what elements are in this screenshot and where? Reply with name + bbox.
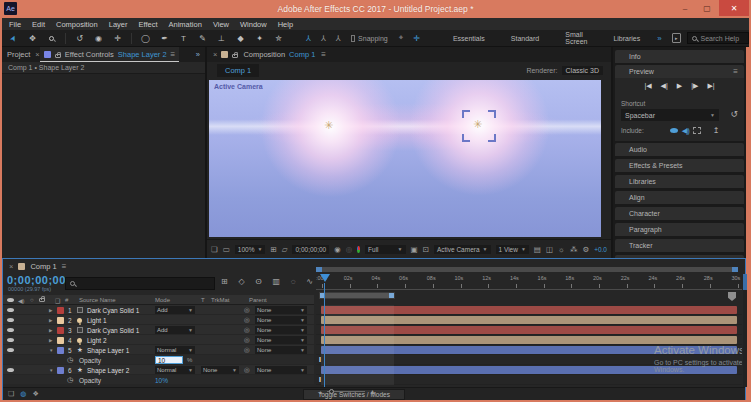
show-channel-icon[interactable] [357, 246, 360, 253]
magnification-dropdown[interactable]: 100%▼ [235, 245, 266, 254]
grid-guides-icon[interactable]: ⊞ [270, 245, 276, 254]
include-audio-icon[interactable]: ◀)) [682, 127, 689, 135]
snapshot-icon[interactable]: ◉ [334, 245, 341, 254]
eraser-tool[interactable]: ◆ [234, 32, 247, 45]
layer-row-5[interactable]: ▼5★Shape Layer 1Normal▼◎None▼ [3, 345, 314, 355]
panel-menu-icon[interactable]: ≡ [171, 50, 176, 59]
preview-last-frame-button[interactable]: ▶| [707, 82, 714, 90]
track-bar-row-2[interactable] [316, 315, 742, 325]
parent-dropdown[interactable]: None▼ [255, 306, 307, 314]
parent-dropdown[interactable]: None▼ [255, 366, 307, 374]
menu-item-effect[interactable]: Effect [138, 20, 157, 29]
layer-row-4[interactable]: ▶4Light 2◎None▼ [3, 335, 314, 345]
transparency-grid-icon[interactable]: ⊡ [423, 245, 429, 254]
draft-3d-icon[interactable]: ◇ [238, 277, 244, 286]
trkmat-dropdown[interactable]: None▼ [201, 366, 239, 374]
twirl-icon[interactable]: ▶ [49, 315, 52, 325]
parent-pickwhip-icon[interactable]: ◎ [244, 315, 250, 325]
current-time-indicator[interactable] [320, 274, 330, 282]
trkmat-column[interactable]: TrkMat [211, 295, 229, 305]
parent-column[interactable]: Parent [249, 295, 267, 305]
panel-audio[interactable]: Audio [615, 143, 744, 156]
viewer-timecode[interactable]: 0;00;00;00 [292, 245, 329, 254]
stopwatch-icon[interactable]: ◷ [67, 375, 73, 385]
exposure-value[interactable]: +0.0 [594, 246, 607, 253]
video-eye-icon[interactable] [7, 365, 14, 375]
property-row-opacity-5[interactable]: ◷Opacity10% [3, 355, 314, 365]
preview-previous-frame-button[interactable]: ◀| [661, 82, 668, 90]
panel-menu-icon[interactable]: ≡ [321, 50, 326, 59]
preview-next-frame-button[interactable]: |▶ [691, 82, 698, 90]
panel-preview-header[interactable]: Preview ≡ [615, 65, 744, 78]
layer-duration-bar[interactable] [321, 346, 737, 354]
parent-dropdown[interactable]: None▼ [255, 316, 307, 324]
layer-duration-bar[interactable] [321, 326, 737, 334]
panel-align[interactable]: Align [615, 191, 744, 204]
mask-visibility-icon[interactable]: ▱ [282, 245, 288, 254]
layer-label-swatch[interactable] [57, 345, 64, 355]
layer-row-6[interactable]: ▼6★Shape Layer 2Normal▼None▼◎None▼ [3, 365, 314, 375]
parent-dropdown[interactable]: None▼ [255, 326, 307, 334]
property-name[interactable]: Opacity [79, 375, 101, 385]
video-eye-icon[interactable] [7, 345, 14, 355]
work-area-bar[interactable] [319, 292, 395, 299]
manage-workspaces-icon[interactable]: ▸ [672, 33, 681, 43]
parent-pickwhip-icon[interactable]: ◎ [244, 305, 250, 315]
preview-play-button[interactable]: ▶ [677, 82, 682, 90]
region-of-interest-icon[interactable]: ▣ [411, 245, 418, 254]
graph-editor-icon[interactable]: ∿ [306, 277, 313, 286]
snapping-checkbox[interactable] [351, 35, 355, 42]
brush-tool[interactable]: ✎ [196, 32, 209, 45]
hide-shy-layers-icon[interactable]: ʘ [255, 277, 261, 286]
workspace-small-screen[interactable]: Small Screen [552, 31, 600, 45]
expand-inout-icon[interactable]: ❖ [32, 390, 38, 398]
renderer-value[interactable]: Classic 3D [562, 66, 603, 75]
layer-label-swatch[interactable] [57, 365, 64, 375]
video-eye-icon[interactable] [7, 305, 14, 315]
always-preview-icon[interactable]: ❏ [211, 245, 218, 254]
pen-tool[interactable]: ✒ [158, 32, 171, 45]
timeline-search-box[interactable] [65, 277, 215, 290]
tab-overflow-chevron[interactable]: » [196, 50, 205, 59]
menu-item-help[interactable]: Help [278, 20, 293, 29]
parent-pickwhip-icon[interactable]: ◎ [244, 335, 250, 345]
layer-label-swatch[interactable] [57, 325, 64, 335]
track-bar-row-1[interactable] [316, 305, 742, 315]
resolution-dropdown[interactable]: Full▼ [365, 245, 405, 254]
clone-stamp-tool[interactable]: ⊥ [215, 32, 228, 45]
local-axis-mode-icon[interactable]: ⅄ [306, 34, 311, 43]
minimize-button[interactable]: – [675, 0, 695, 16]
layer-label-swatch[interactable] [57, 305, 64, 315]
tab-effect-controls[interactable]: Effect Controls Shape Layer 2 ≡ [40, 47, 180, 62]
rotate-tool[interactable]: ↺ [73, 32, 86, 45]
keyframe-marker[interactable]: I [319, 356, 321, 363]
pixel-aspect-icon[interactable]: ◫ [546, 245, 553, 254]
keyframe-marker[interactable]: I [319, 376, 321, 383]
track-bar-row-4[interactable] [316, 335, 742, 345]
source-name-column[interactable]: Source Name [79, 295, 116, 305]
mini-flowchart-icon[interactable]: ⁂ [570, 245, 578, 254]
zoom-in-icon[interactable]: ▲ [369, 388, 376, 395]
preview-first-frame-button[interactable]: |◀ [644, 82, 651, 90]
timeline-zoom-control[interactable]: ▲ ▲ [318, 388, 376, 395]
panel-paragraph[interactable]: Paragraph [615, 223, 744, 236]
show-snapshot-icon[interactable]: ◎ [346, 245, 353, 254]
selection-gizmo-icon[interactable]: ✛ [413, 34, 420, 43]
panel-info[interactable]: Info [615, 50, 744, 63]
layer-duration-bar[interactable] [321, 306, 737, 314]
track-bar-row-3[interactable] [316, 325, 742, 335]
parent-pickwhip-icon[interactable]: ◎ [244, 365, 250, 375]
maximize-button[interactable]: ▢ [697, 0, 717, 16]
composition-tab-close-icon[interactable]: × [207, 50, 221, 59]
layer-name[interactable]: Light 1 [87, 315, 107, 325]
menu-item-file[interactable]: File [9, 20, 21, 29]
horizontal-scrollbar[interactable] [316, 267, 738, 272]
reset-preview-icon[interactable]: ↺ [730, 109, 738, 119]
expand-transfer-controls-icon[interactable]: ◍ [20, 390, 26, 398]
menu-item-edit[interactable]: Edit [32, 20, 45, 29]
exposure-reset-icon[interactable]: ☼ [558, 245, 565, 254]
view-layout-dropdown[interactable]: 1 View▼ [496, 245, 529, 254]
track-bar-row-5[interactable] [316, 345, 742, 355]
mode-dropdown[interactable]: Normal▼ [155, 366, 195, 374]
primary-viewer-icon[interactable]: ▭ [223, 245, 230, 254]
